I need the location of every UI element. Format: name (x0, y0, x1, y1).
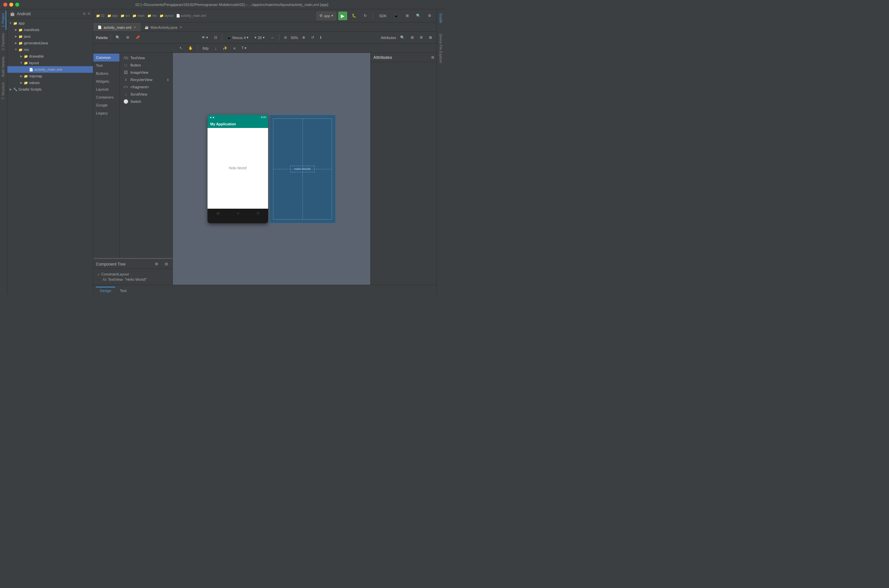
home-nav-icon: ○ (237, 212, 239, 215)
tree-item-manifests[interactable]: ▶ 📁 manifests (7, 27, 93, 33)
hello-world-text: Hello World! (229, 166, 247, 170)
tree-label-activity-main: activity_main.xml (35, 68, 62, 71)
main-layout: 1: Project 2: Favorites Build Variants 7… (0, 9, 444, 294)
zoom-out-button[interactable]: ⊖ (282, 34, 289, 42)
palette-pin-button[interactable]: 📌 (133, 34, 142, 42)
eye-button[interactable]: 👁 ▾ (200, 34, 210, 42)
tree-arrow-values: ▶ (19, 81, 23, 84)
structure-button[interactable]: ⊞ (403, 12, 411, 20)
tree-arrow-gradle: ▶ (9, 88, 13, 91)
tree-item-mipmap[interactable]: ▶ 📁 mipmap (7, 73, 93, 80)
margin-button[interactable]: 8dp (200, 44, 211, 52)
component-tree-textview[interactable]: Ab TextView- "Hello World!" (96, 277, 170, 282)
component-tree-collapse[interactable]: ⊟ (163, 260, 170, 268)
search-palette-button[interactable]: 🔍 (114, 34, 122, 42)
sdk-button[interactable]: SDK (376, 12, 389, 20)
palette-category-buttons[interactable]: Buttons (93, 69, 119, 77)
zoom-reset-button[interactable]: ↺ (309, 34, 316, 42)
recyclerview-download-icon: ⬇ (167, 78, 169, 82)
cursor-button[interactable]: ⊡ (212, 34, 219, 42)
tree-item-res[interactable]: ▼ 📁 res (7, 46, 93, 53)
palette-category-legacy[interactable]: Legacy (93, 109, 119, 117)
palette-item-imageview[interactable]: 🖼 ImageView (122, 69, 170, 76)
attributes-expand[interactable]: ⊞ (409, 34, 416, 42)
minimize-button[interactable] (9, 3, 13, 7)
palette-category-layouts[interactable]: Layouts (93, 86, 119, 93)
palette-item-button[interactable]: □ Button (122, 62, 170, 69)
attributes-collapse[interactable]: ⊠ (427, 34, 434, 42)
tab-activity-main[interactable]: 📄 activity_main.xml ✕ (93, 23, 140, 32)
sidebar-item-project[interactable]: 1: Project (1, 10, 6, 30)
palette-category-common[interactable]: Common (93, 54, 119, 62)
debug-button[interactable]: 🐛 (349, 12, 359, 20)
maximize-button[interactable] (15, 3, 19, 7)
close-button[interactable] (3, 3, 7, 7)
project-panel: 🤖 Android ⚙ ↻ ▼ 📁 app ▶ 📁 manifests (7, 9, 93, 294)
component-tree-constraint-layout[interactable]: ↙ ConstraintLayout (96, 272, 170, 277)
api-dropdown[interactable]: ▾ 28 ▾ (253, 34, 266, 42)
tree-item-values[interactable]: ▶ 📁 values (7, 80, 93, 86)
design-canvas[interactable]: ▲▲ 8:00 My Application Hello World! ◁ (173, 53, 370, 285)
palette-category-google[interactable]: Google (93, 101, 119, 109)
tree-label-drawable: drawable (29, 54, 44, 58)
attributes-search[interactable]: 🔍 (398, 34, 407, 42)
app-dropdown[interactable]: ⚙ app ▾ (316, 12, 336, 20)
tab-main-activity[interactable]: ☕ MainActivity.java ✕ (140, 23, 187, 32)
tab-close-main-activity[interactable]: ✕ (179, 26, 182, 29)
zoom-in-button[interactable]: ⊕ (300, 34, 307, 42)
device-dropdown[interactable]: 📱 Nexus 4 ▾ (225, 34, 251, 42)
palette-category-widgets[interactable]: Widgets (93, 77, 119, 86)
constraint-layout-icon: ↙ (97, 273, 100, 276)
tree-item-generated-java[interactable]: ▶ 📁 generatedJava (7, 40, 93, 46)
palette-settings-button[interactable]: ⚙ (124, 34, 131, 42)
component-tree-settings[interactable]: ⚙ (153, 260, 160, 268)
palette-item-scrollview[interactable]: ↕ ScrollView (122, 91, 170, 98)
palette-category-text[interactable]: Text (93, 62, 119, 69)
tree-item-layout[interactable]: ▼ 📁 layout (7, 60, 93, 66)
wifi-icon: ▲▲ (209, 116, 215, 119)
constraint-button[interactable]: ⟂ (212, 44, 219, 52)
sidebar-item-structure[interactable]: 7: Structure (1, 80, 6, 102)
orientation-button[interactable]: ↔ (269, 34, 276, 42)
project-refresh-icon[interactable]: ↻ (88, 12, 90, 15)
palette-item-fragment[interactable]: <> <fragment> (122, 83, 170, 91)
button-icon: □ (123, 63, 128, 68)
tree-item-java[interactable]: ▶ 📁 java (7, 33, 93, 40)
window-controls[interactable] (3, 3, 19, 7)
magic-button[interactable]: ✨ (221, 44, 229, 52)
tree-item-gradle-scripts[interactable]: ▶ 🔧 Gradle Scripts (7, 86, 93, 93)
sidebar-item-favorites[interactable]: 2: Favorites (1, 30, 6, 53)
select-mode-button[interactable]: ↖ (177, 44, 184, 52)
project-panel-header: 🤖 Android ⚙ ↻ (7, 9, 93, 18)
run-button[interactable]: ▶ (338, 12, 347, 20)
text-align-button[interactable]: T ▾ (240, 44, 249, 52)
device-file-explorer-tab[interactable]: Device File Explorer (438, 32, 443, 64)
settings-button[interactable]: ⚙ (425, 12, 434, 20)
sidebar-item-build-variants[interactable]: Build Variants (1, 54, 6, 80)
search-everywhere-button[interactable]: 🔍 (414, 12, 423, 20)
palette-item-switch[interactable]: ⚪ Switch (122, 98, 170, 105)
project-settings-icon[interactable]: ⚙ (83, 12, 86, 15)
palette-item-recyclerview[interactable]: ≡ RecyclerView ⬇ (122, 76, 170, 83)
info-button[interactable]: ℹ (318, 34, 323, 42)
attributes-panel-title: Attributes (373, 55, 392, 60)
device-navbar: ◁ ○ □ (208, 208, 268, 218)
palette-category-containers[interactable]: Containers (93, 93, 119, 101)
tab-design[interactable]: Design (96, 287, 115, 294)
align-button[interactable]: ≡ (232, 44, 237, 52)
tree-arrow-generated: ▶ (14, 41, 18, 45)
sync-button[interactable]: ↻ (361, 12, 369, 20)
pan-mode-button[interactable]: ✋ (187, 44, 195, 52)
tree-item-activity-main[interactable]: 📄 activity_main.xml (7, 66, 93, 73)
attributes-settings[interactable]: ⚙ (418, 34, 425, 42)
attributes-close-icon[interactable]: ⊠ (431, 56, 434, 59)
gradle-tab[interactable]: Gradle (438, 12, 443, 24)
tree-item-drawable[interactable]: ▶ 📁 drawable (7, 53, 93, 60)
tab-close-activity-main[interactable]: ✕ (133, 26, 136, 29)
tree-arrow-manifests: ▶ (14, 28, 18, 32)
device-frame-container: ▲▲ 8:00 My Application Hello World! ◁ (208, 115, 335, 223)
tab-text[interactable]: Text (116, 287, 131, 294)
avd-button[interactable]: 📱 (391, 12, 401, 20)
palette-item-textview[interactable]: Ab TextView (122, 54, 170, 62)
tree-item-app[interactable]: ▼ 📁 app (7, 20, 93, 27)
